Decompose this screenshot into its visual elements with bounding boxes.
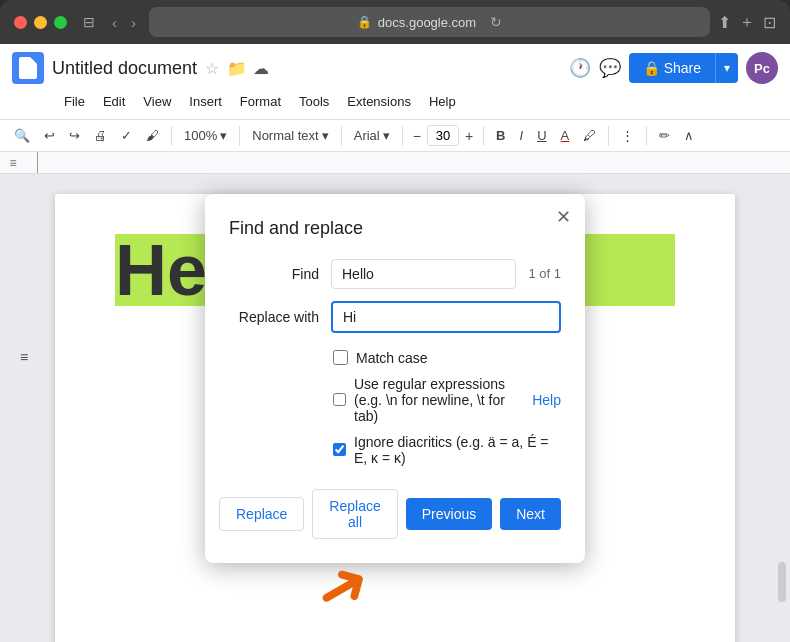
font-chevron-icon: ▾ xyxy=(383,128,390,143)
menu-tools[interactable]: Tools xyxy=(291,90,337,113)
dialog-footer: Replace Replace all Previous Next xyxy=(229,489,561,539)
share-area: 🕐 💬 🔒 Share ▾ Pc xyxy=(569,52,778,84)
user-avatar[interactable]: Pc xyxy=(746,52,778,84)
menu-edit[interactable]: Edit xyxy=(95,90,133,113)
docs-title-icons: 📁 ☁ xyxy=(227,59,269,78)
spellcheck-button[interactable]: ✓ xyxy=(115,124,138,147)
svg-rect-0 xyxy=(22,69,34,71)
new-tab-button[interactable]: ＋ xyxy=(739,12,755,33)
back-button[interactable]: ‹ xyxy=(107,12,122,33)
diacritics-label: Ignore diacritics (e.g. ä = a, É = E, κ … xyxy=(354,434,561,466)
next-button[interactable]: Next xyxy=(500,498,561,530)
replace-row: Replace with xyxy=(229,301,561,333)
toolbar-separator-6 xyxy=(608,126,609,146)
regex-checkbox[interactable] xyxy=(333,392,346,407)
regex-help-link[interactable]: Help xyxy=(532,392,561,408)
menu-help[interactable]: Help xyxy=(421,90,464,113)
reload-button[interactable]: ↻ xyxy=(490,14,502,30)
ruler-content xyxy=(18,152,782,173)
forward-button[interactable]: › xyxy=(126,12,141,33)
share-dropdown-button[interactable]: ▾ xyxy=(715,53,738,83)
menu-file[interactable]: File xyxy=(56,90,93,113)
match-case-checkbox[interactable] xyxy=(333,350,348,365)
previous-button[interactable]: Previous xyxy=(406,498,492,530)
scrollbar[interactable] xyxy=(778,562,786,602)
print-button[interactable]: 🖨 xyxy=(88,124,113,147)
close-traffic-light[interactable] xyxy=(14,16,27,29)
browser-toolbar-right: ⬆ ＋ ⊡ xyxy=(718,12,776,33)
history-button[interactable]: 🕐 xyxy=(569,57,591,79)
docs-title-area: Untitled document ☆ 📁 ☁ xyxy=(12,52,269,84)
text-color-button[interactable]: A xyxy=(555,124,576,147)
menu-view[interactable]: View xyxy=(135,90,179,113)
chat-button[interactable]: 💬 xyxy=(599,57,621,79)
redo-button[interactable]: ↪ xyxy=(63,124,86,147)
toolbar-separator-5 xyxy=(483,126,484,146)
menu-insert[interactable]: Insert xyxy=(181,90,230,113)
extensions-button[interactable]: ⊡ xyxy=(763,13,776,32)
browser-window: ⊟ ‹ › 🔒 docs.google.com ↻ ⬆ ＋ ⊡ xyxy=(0,0,790,44)
share-button[interactable]: 🔒 Share xyxy=(629,53,715,83)
address-bar[interactable]: 🔒 docs.google.com ↻ xyxy=(149,7,710,37)
diacritics-checkbox[interactable] xyxy=(333,442,346,457)
italic-button[interactable]: I xyxy=(514,124,530,147)
paint-format-button[interactable]: 🖌 xyxy=(140,124,165,147)
lock-icon: 🔒 xyxy=(357,15,372,29)
menu-format[interactable]: Format xyxy=(232,90,289,113)
menu-bar: File Edit View Insert Format Tools Exten… xyxy=(12,88,778,119)
style-dropdown[interactable]: Normal text ▾ xyxy=(246,125,334,146)
minimize-traffic-light[interactable] xyxy=(34,16,47,29)
font-size-input[interactable]: 30 xyxy=(427,125,459,146)
regex-label: Use regular expressions (e.g. \n for new… xyxy=(354,376,524,424)
more-options-button[interactable]: ⋮ xyxy=(615,124,640,147)
replace-all-button[interactable]: Replace all xyxy=(312,489,397,539)
match-case-label: Match case xyxy=(356,350,428,366)
undo-button[interactable]: ↩ xyxy=(38,124,61,147)
cloud-icon[interactable]: ☁ xyxy=(253,59,269,78)
replace-button[interactable]: Replace xyxy=(219,497,304,531)
match-case-row: Match case xyxy=(229,345,561,371)
document-title[interactable]: Untitled document xyxy=(52,58,197,79)
diacritics-row: Ignore diacritics (e.g. ä = a, É = E, κ … xyxy=(229,429,561,471)
toolbar-separator-4 xyxy=(402,126,403,146)
regex-row: Use regular expressions (e.g. \n for new… xyxy=(229,371,561,429)
font-size-decrease-button[interactable]: − xyxy=(409,126,425,146)
underline-button[interactable]: U xyxy=(531,124,552,147)
dialog-title: Find and replace xyxy=(229,218,561,239)
zoom-value: 100% xyxy=(184,128,217,143)
share-button-group: 🔒 Share ▾ xyxy=(629,53,738,83)
replace-input[interactable] xyxy=(331,301,561,333)
toolbar-separator-7 xyxy=(646,126,647,146)
zoom-dropdown[interactable]: 100% ▾ xyxy=(178,125,233,146)
find-input[interactable] xyxy=(331,259,516,289)
title-bar: ⊟ ‹ › 🔒 docs.google.com ↻ ⬆ ＋ ⊡ xyxy=(0,0,790,44)
share-browser-button[interactable]: ⬆ xyxy=(718,13,731,32)
find-replace-dialog[interactable]: Find and replace ✕ Find 1 of 1 Replace w… xyxy=(205,194,585,563)
search-toolbar-button[interactable]: 🔍 xyxy=(8,124,36,147)
font-size-control: − 30 + xyxy=(409,125,477,146)
edit-mode-button[interactable]: ✏ xyxy=(653,124,676,147)
dialog-close-button[interactable]: ✕ xyxy=(556,208,571,226)
folder-icon[interactable]: 📁 xyxy=(227,59,247,78)
font-size-increase-button[interactable]: + xyxy=(461,126,477,146)
find-row: Find 1 of 1 xyxy=(229,259,561,289)
list-icon-area: ≡ xyxy=(20,349,28,365)
match-count: 1 of 1 xyxy=(528,266,561,281)
star-icon[interactable]: ☆ xyxy=(205,59,219,78)
traffic-lights xyxy=(14,16,67,29)
collapse-toolbar-button[interactable]: ∧ xyxy=(678,124,700,147)
menu-extensions[interactable]: Extensions xyxy=(339,90,419,113)
find-input-wrap xyxy=(331,259,516,289)
font-dropdown[interactable]: Arial ▾ xyxy=(348,125,396,146)
docs-app-icon xyxy=(12,52,44,84)
bold-button[interactable]: B xyxy=(490,124,511,147)
document-area[interactable]: ≡ G He Find and replace ✕ Find 1 of 1 xyxy=(0,174,790,642)
page-margin-left: ≡ xyxy=(8,156,18,170)
highlight-button[interactable]: 🖊 xyxy=(577,124,602,147)
sidebar-toggle-button[interactable]: ⊟ xyxy=(77,12,101,32)
docs-header-top: Untitled document ☆ 📁 ☁ 🕐 💬 🔒 Share ▾ xyxy=(12,48,778,88)
maximize-traffic-light[interactable] xyxy=(54,16,67,29)
svg-rect-1 xyxy=(22,72,31,74)
nav-buttons: ‹ › xyxy=(107,12,141,33)
find-label: Find xyxy=(229,266,319,282)
